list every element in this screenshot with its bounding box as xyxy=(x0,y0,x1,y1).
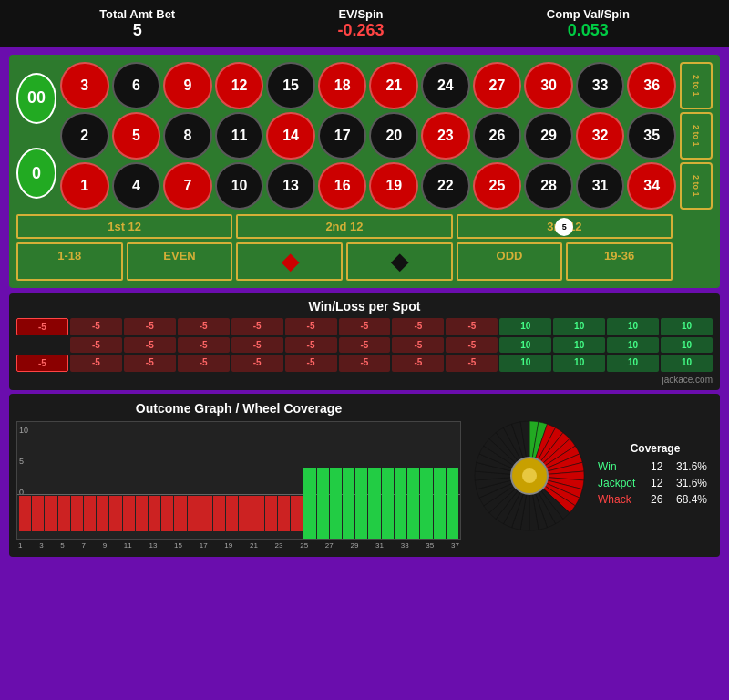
number-34[interactable]: 34 xyxy=(627,162,676,210)
number-21[interactable]: 21 xyxy=(369,62,418,109)
graph-bar xyxy=(19,422,31,539)
number-2[interactable]: 2 xyxy=(60,112,109,160)
x-label-29: 29 xyxy=(350,541,358,550)
number-17[interactable]: 17 xyxy=(318,112,367,160)
number-23[interactable]: 23 xyxy=(421,112,470,160)
graph-bar xyxy=(303,422,315,539)
number-3[interactable]: 3 xyxy=(60,62,109,109)
graph-bar xyxy=(58,422,70,539)
number-32[interactable]: 32 xyxy=(576,112,625,160)
coverage-table: Coverage Win 12 31.6% Jackpot 12 31.6% W… xyxy=(598,442,713,510)
red-diamond-icon xyxy=(238,249,341,274)
col-payout-1[interactable]: 2 to 1 xyxy=(680,62,713,109)
number-5[interactable]: 5 xyxy=(112,112,161,160)
bet-black[interactable] xyxy=(346,242,453,281)
col-payout-3[interactable]: 2 to 1 xyxy=(680,162,713,210)
number-9[interactable]: 9 xyxy=(163,62,212,109)
zero-column: 00 0 xyxy=(16,62,56,210)
number-10[interactable]: 10 xyxy=(215,162,264,210)
graph-bar xyxy=(226,422,238,539)
number-1[interactable]: 1 xyxy=(60,162,109,210)
bet-1-18[interactable]: 1-18 xyxy=(16,242,123,281)
coverage-win-value: 12 xyxy=(651,460,669,473)
number-29[interactable]: 29 xyxy=(524,112,573,160)
number-19[interactable]: 19 xyxy=(369,162,418,210)
graph-bar xyxy=(174,422,186,539)
coverage-title: Coverage xyxy=(598,442,713,455)
graph-bar xyxy=(278,422,290,539)
graph-bar xyxy=(368,422,380,539)
wl-cell: -5 xyxy=(285,318,337,335)
number-8[interactable]: 8 xyxy=(163,112,212,160)
number-25[interactable]: 25 xyxy=(473,162,522,210)
wl-grid-container: -5-5-5-5-5-5-5-5-510101010-5-5-5-5-5-5-5… xyxy=(16,318,713,372)
graph-container: 10 5 0 -5 xyxy=(16,421,461,540)
number-35[interactable]: 35 xyxy=(627,112,676,160)
coverage-whack-row: Whack 26 68.4% xyxy=(598,493,713,506)
wl-cell: 10 xyxy=(607,337,659,353)
graph-bar xyxy=(420,422,432,539)
dozen-1-box[interactable]: 1st 12 xyxy=(16,214,232,239)
number-14[interactable]: 14 xyxy=(266,112,315,160)
number-28[interactable]: 28 xyxy=(524,162,573,210)
wl-cell: -5 xyxy=(339,318,391,335)
number-11[interactable]: 11 xyxy=(215,112,264,160)
number-27[interactable]: 27 xyxy=(473,62,522,109)
wl-cell: -5 xyxy=(70,355,122,372)
number-22[interactable]: 22 xyxy=(421,162,470,210)
single-zero[interactable]: 0 xyxy=(16,148,56,199)
number-26[interactable]: 26 xyxy=(473,112,522,160)
number-36[interactable]: 36 xyxy=(627,62,676,109)
number-4[interactable]: 4 xyxy=(112,162,161,210)
number-13[interactable]: 13 xyxy=(266,162,315,210)
svg-point-1 xyxy=(522,468,537,483)
col-payout-2[interactable]: 2 to 1 xyxy=(680,112,713,160)
number-18[interactable]: 18 xyxy=(318,62,367,109)
bet-red[interactable] xyxy=(236,242,343,281)
number-24[interactable]: 24 xyxy=(421,62,470,109)
graph-bar xyxy=(407,422,419,539)
x-label-35: 35 xyxy=(426,541,434,550)
wl-cell: 10 xyxy=(553,355,605,372)
graph-bar xyxy=(447,422,458,539)
graph-bar xyxy=(265,422,277,539)
graph-bar xyxy=(136,422,148,539)
bet-odd[interactable]: ODD xyxy=(457,242,563,281)
outcome-section: Outcome Graph / Wheel Coverage 10 5 0 -5… xyxy=(9,394,720,557)
wl-cell xyxy=(16,337,68,353)
wl-cell: -5 xyxy=(339,337,391,353)
number-7[interactable]: 7 xyxy=(163,162,212,210)
number-31[interactable]: 31 xyxy=(576,162,625,210)
header: Total Amt Bet 5 EV/Spin -0.263 Comp Val/… xyxy=(0,0,729,47)
number-16[interactable]: 16 xyxy=(318,162,367,210)
number-20[interactable]: 20 xyxy=(369,112,418,160)
wl-cell: -5 xyxy=(16,355,68,372)
number-15[interactable]: 15 xyxy=(266,62,315,109)
coverage-win-row: Win 12 31.6% xyxy=(598,460,713,473)
wl-title: Win/Loss per Spot xyxy=(16,299,713,314)
graph-bar xyxy=(239,422,251,539)
graph-bar xyxy=(382,422,394,539)
wl-cell: -5 xyxy=(392,318,444,335)
wl-cell: -5 xyxy=(16,318,68,335)
bet-19-36[interactable]: 19-36 xyxy=(566,242,673,281)
dozen-3-box[interactable]: 3rd 12 5 xyxy=(457,214,673,239)
bet-even[interactable]: EVEN xyxy=(127,242,233,281)
comp-val-value: 0.053 xyxy=(547,21,630,40)
graph-bar xyxy=(343,422,354,539)
x-label-13: 13 xyxy=(149,541,157,550)
graph-bar xyxy=(97,422,108,539)
graph-bar xyxy=(317,422,329,539)
total-amt-bet-label: Total Amt Bet xyxy=(99,7,175,21)
wl-cell: 10 xyxy=(553,318,605,335)
number-30[interactable]: 30 xyxy=(524,62,573,109)
wheel-coverage-area: Coverage Win 12 31.6% Jackpot 12 31.6% W… xyxy=(470,401,713,550)
wl-section: Win/Loss per Spot -5-5-5-5-5-5-5-5-51010… xyxy=(9,293,720,390)
dozen-2-box[interactable]: 2nd 12 xyxy=(236,214,452,239)
number-33[interactable]: 33 xyxy=(576,62,625,109)
dozen-row: 1st 12 2nd 12 3rd 12 5 xyxy=(16,214,713,239)
double-zero[interactable]: 00 xyxy=(16,73,56,124)
coverage-whack-pct: 68.4% xyxy=(676,493,713,506)
number-6[interactable]: 6 xyxy=(112,62,161,109)
number-12[interactable]: 12 xyxy=(215,62,264,109)
